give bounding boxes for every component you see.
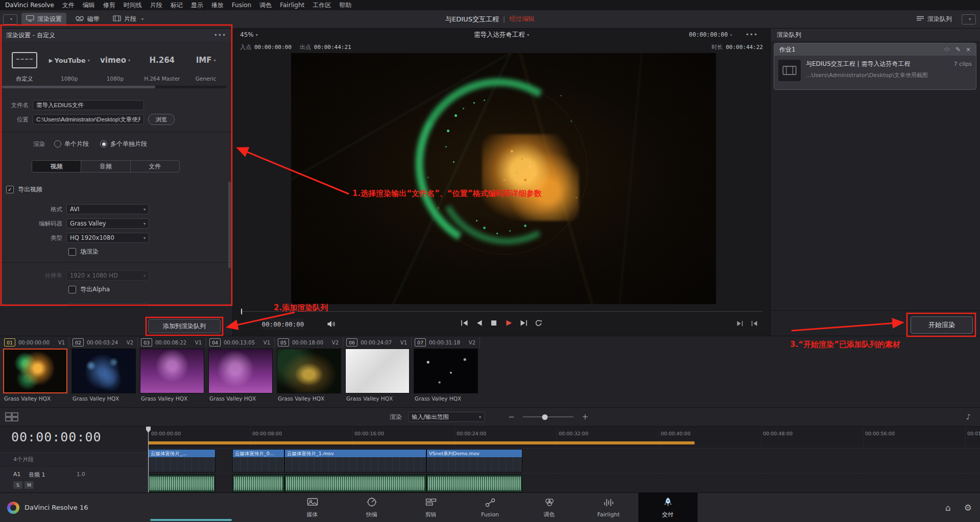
clip-header-01[interactable]: 01 00:00:00:00 V1 bbox=[1, 337, 69, 347]
viewer-options-icon[interactable]: ••• bbox=[746, 31, 758, 38]
tab-video[interactable]: 视频 bbox=[32, 161, 81, 172]
clip-thumbnail-01[interactable] bbox=[3, 349, 67, 393]
panel-scrollbar[interactable] bbox=[228, 182, 231, 268]
page-fairlight[interactable]: Fairlight bbox=[579, 493, 638, 522]
tab-file[interactable]: 文件 bbox=[131, 161, 179, 172]
tape-button[interactable]: 磁带 bbox=[70, 13, 104, 26]
viewer-timecode-select[interactable]: 00:00:00:00 ▾ bbox=[689, 31, 732, 38]
page-cut[interactable]: 快编 bbox=[342, 493, 401, 522]
radio-single-clip[interactable]: 单个片段 bbox=[54, 140, 89, 148]
panel-toggle-left[interactable]: ▾ bbox=[3, 14, 17, 24]
go-to-out-icon[interactable] bbox=[736, 320, 744, 327]
timeline-ruler[interactable]: 00:00:00:00 00:00:08:00 00:00:16:00 00:0… bbox=[148, 427, 980, 442]
timeline-horizontal-scrollbar[interactable] bbox=[150, 519, 232, 521]
clip-thumbnail-07[interactable] bbox=[414, 349, 478, 393]
type-select[interactable]: HQ 1920x1080 ▾ bbox=[66, 233, 149, 243]
codec-select[interactable]: Grass Valley ▾ bbox=[66, 218, 149, 229]
timeline-audio-clip[interactable] bbox=[426, 475, 522, 492]
render-range-select[interactable]: 输入/输出范围 ▾ bbox=[408, 412, 485, 422]
tab-audio[interactable]: 音频 bbox=[81, 161, 130, 172]
add-to-render-queue-button[interactable]: 添加到渲染队列 bbox=[148, 319, 221, 333]
first-frame-button[interactable] bbox=[461, 319, 469, 327]
menu-fairlight[interactable]: Fairlight bbox=[280, 2, 304, 9]
preset-custom[interactable]: 自定义 bbox=[3, 46, 46, 83]
zoom-out-button[interactable]: − bbox=[506, 412, 517, 421]
filename-input[interactable] bbox=[33, 100, 144, 110]
audio-waveform-toggle-icon[interactable]: ♪ bbox=[966, 412, 971, 421]
field-render-checkbox[interactable] bbox=[68, 248, 76, 256]
panel-options-icon[interactable]: ••• bbox=[214, 32, 226, 39]
clip-thumbnail-06[interactable] bbox=[345, 349, 410, 393]
preset-youtube[interactable]: ▶YouTube▾ 1080p bbox=[46, 46, 93, 83]
app-menu[interactable]: DaVinci Resolve bbox=[5, 2, 54, 9]
timeline-video-clip[interactable]: VSnet系列Demo.mov bbox=[426, 449, 522, 473]
go-to-in-icon[interactable] bbox=[751, 320, 758, 327]
zoom-slider-knob[interactable] bbox=[542, 414, 548, 420]
clip-thumbnail-03[interactable] bbox=[140, 349, 204, 393]
menu-clip[interactable]: 片段 bbox=[150, 1, 162, 10]
home-icon[interactable]: ⌂ bbox=[945, 503, 951, 513]
viewer-zoom-select[interactable]: 45% ▾ bbox=[240, 31, 258, 38]
delete-job-icon[interactable]: × bbox=[966, 46, 971, 53]
timeline-video-clip[interactable]: 云媒体宣传片_1.mov bbox=[284, 449, 426, 473]
menu-workspace[interactable]: 工作区 bbox=[313, 1, 331, 10]
timeline-zoom-slider[interactable] bbox=[523, 413, 574, 420]
edit-job-icon[interactable]: ✎ bbox=[955, 46, 961, 53]
radio-multiple-clips[interactable]: 多个单独片段 bbox=[100, 140, 147, 148]
timeline-playhead[interactable] bbox=[148, 427, 149, 492]
clip-thumbnail-02[interactable] bbox=[71, 349, 136, 393]
menu-color[interactable]: 调色 bbox=[259, 1, 272, 10]
clip-thumbnail-05[interactable] bbox=[277, 349, 341, 393]
menu-playback[interactable]: 播放 bbox=[211, 1, 224, 10]
timeline-selector[interactable]: 需导入达芬奇工程 ▾ bbox=[474, 31, 529, 39]
format-select[interactable]: AVI ▾ bbox=[66, 204, 149, 214]
preset-h264[interactable]: H.264 H.264 Master bbox=[137, 46, 186, 83]
stop-button[interactable] bbox=[490, 319, 498, 327]
clip-thumbnail-04[interactable] bbox=[208, 349, 273, 393]
speaker-icon[interactable] bbox=[327, 320, 336, 329]
timeline-tracks-area[interactable]: 00:00:00:00 00:00:08:00 00:00:16:00 00:0… bbox=[148, 427, 980, 492]
mute-button[interactable]: M bbox=[25, 481, 34, 489]
render-job-card[interactable]: 作业1 ✎ × 与EDIUS交互工程 | 需导入达芬奇工程 7 clips bbox=[774, 43, 976, 90]
preset-vimeo[interactable]: vimeo▾ 1080p bbox=[93, 46, 138, 83]
render-range-bar[interactable] bbox=[148, 441, 695, 444]
loop-button[interactable] bbox=[535, 319, 543, 327]
browse-button[interactable]: 浏览 bbox=[148, 114, 175, 125]
location-input[interactable] bbox=[33, 114, 144, 125]
clip-header-03[interactable]: 03 00:00:08:22 V1 bbox=[138, 337, 206, 347]
export-alpha-checkbox[interactable] bbox=[68, 286, 76, 293]
timeline-audio-clip[interactable] bbox=[232, 475, 284, 492]
start-render-button[interactable]: 开始渲染 bbox=[911, 316, 973, 334]
storyboard-view-icon[interactable] bbox=[5, 412, 18, 424]
timeline-video-clip[interactable]: 云媒体宣传片_... bbox=[148, 449, 216, 473]
menu-view[interactable]: 显示 bbox=[191, 1, 203, 10]
timeline-audio-clip[interactable] bbox=[148, 475, 216, 492]
last-frame-button[interactable] bbox=[520, 319, 528, 327]
clipped-select[interactable] bbox=[66, 303, 149, 307]
gear-icon[interactable]: ⚙ bbox=[964, 503, 972, 513]
page-edit[interactable]: 剪辑 bbox=[401, 493, 461, 522]
page-color[interactable]: 调色 bbox=[520, 493, 579, 522]
menu-timeline[interactable]: 时间线 bbox=[124, 1, 142, 10]
clip-header-05[interactable]: 05 00:00:18:00 V2 bbox=[275, 337, 343, 347]
menu-fusion[interactable]: Fusion bbox=[232, 2, 251, 9]
timeline-video-clip[interactable]: 云媒体宣传片_0... bbox=[232, 449, 284, 473]
menu-file[interactable]: 文件 bbox=[62, 1, 75, 10]
presets-scrollbar-thumb[interactable] bbox=[2, 86, 155, 88]
clip-header-04[interactable]: 04 00:00:13:05 V1 bbox=[206, 337, 275, 347]
scrub-playhead[interactable] bbox=[241, 309, 242, 314]
panel-toggle-right[interactable]: ▾ bbox=[962, 14, 976, 24]
solo-button[interactable]: S bbox=[13, 481, 22, 489]
zoom-in-button[interactable]: + bbox=[580, 412, 591, 421]
clip-dropdown[interactable]: 片段 ▾ bbox=[108, 13, 148, 26]
export-video-checkbox[interactable]: ✓ bbox=[6, 186, 14, 193]
preset-imf[interactable]: IMF▾ Generic bbox=[186, 46, 225, 83]
menu-mark[interactable]: 标记 bbox=[171, 1, 183, 10]
clip-header-07[interactable]: 07 00:00:31:18 V2 bbox=[412, 337, 480, 347]
play-reverse-button[interactable] bbox=[475, 319, 484, 327]
timeline-audio-clip[interactable] bbox=[284, 475, 426, 492]
render-queue-button[interactable]: 渲染队列 bbox=[912, 13, 957, 26]
render-settings-button[interactable]: 渲染设置 bbox=[21, 13, 66, 26]
menu-edit[interactable]: 编辑 bbox=[83, 1, 95, 10]
play-button[interactable] bbox=[505, 319, 513, 327]
